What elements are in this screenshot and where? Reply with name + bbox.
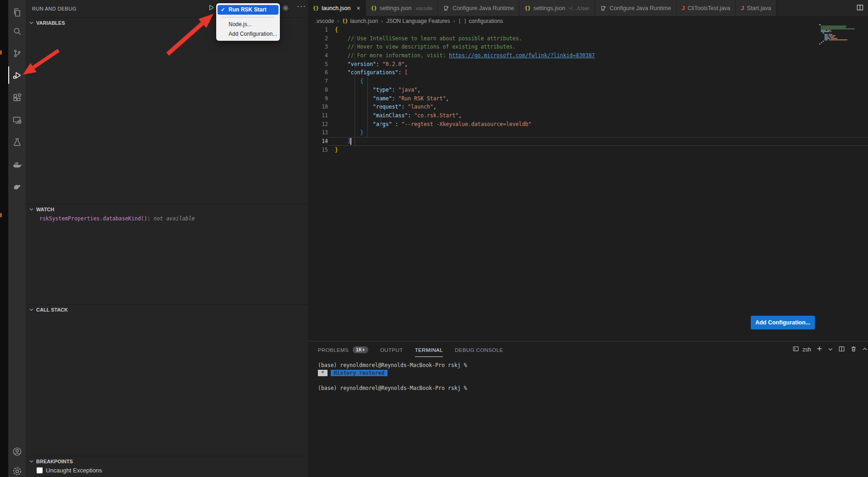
panel-tab-problems[interactable]: PROBLEMS1K+ — [318, 341, 368, 358]
close-icon[interactable]: × — [357, 5, 360, 11]
activity-bar-remote-explorer[interactable] — [8, 111, 26, 129]
terminal-output[interactable]: (base) reynoldmorel@Reynolds-MacBook-Pro… — [318, 362, 467, 392]
line-number[interactable]: 11 — [308, 111, 335, 120]
activity-bar-docker[interactable] — [8, 155, 26, 173]
line-number[interactable]: 9 — [308, 94, 335, 103]
terminal-actions: zsh — [792, 341, 868, 358]
call-stack-section-label: CALL STACK — [36, 307, 68, 313]
new-terminal-plus-icon[interactable] — [816, 345, 823, 354]
watch-section-header[interactable]: WATCH — [26, 204, 308, 214]
shell-label[interactable]: zsh — [802, 346, 811, 353]
code-line-15[interactable]: 15} — [308, 146, 868, 154]
java-runtime-cup-icon — [600, 5, 607, 11]
breadcrumb-label: configurations — [469, 18, 503, 24]
debug-configure-gear-icon[interactable] — [282, 5, 289, 13]
panel-tab-label: OUTPUT — [380, 343, 403, 357]
line-number[interactable]: 7 — [308, 77, 335, 86]
line-number[interactable]: 6 — [308, 68, 335, 77]
panel-tab-output[interactable]: OUTPUT — [380, 341, 403, 358]
code-line-12[interactable]: 12 "args" : "--regtest -Xkeyvalue.dataso… — [308, 120, 868, 129]
menu-item-add-configuration-[interactable]: Add Configuration... — [218, 29, 278, 39]
panel-tab-bar: PROBLEMS1K+OUTPUTTERMINALDEBUG CONSOLE — [318, 341, 503, 358]
code-line-6[interactable]: 6 "configurations": [ — [308, 68, 868, 77]
line-number[interactable]: 3 — [308, 43, 335, 51]
json-file-icon: {} — [371, 5, 377, 11]
checkbox-unchecked[interactable] — [37, 467, 43, 473]
maximize-panel-chevron-icon[interactable] — [862, 345, 868, 354]
minimap-line — [821, 28, 855, 29]
menu-item-node-js-[interactable]: Node.js... — [218, 20, 278, 29]
code-line-13[interactable]: 13 } — [308, 128, 868, 137]
split-terminal-icon[interactable] — [838, 345, 845, 354]
call-stack-section-header[interactable]: CALL STACK — [26, 304, 308, 314]
editor-group: {}launch.json×{}settings.json.vscodeConf… — [308, 0, 868, 477]
line-number[interactable]: 15 — [308, 146, 335, 154]
tab-clitoolstest-java[interactable]: JCliToolsTest.java — [677, 0, 736, 16]
code-line-4[interactable]: 4 // For more information, visit: https:… — [308, 51, 868, 60]
minimap-line — [824, 39, 828, 40]
breakpoint-uncaught-exceptions[interactable]: Uncaught Exceptions — [37, 467, 102, 474]
more-actions-icon[interactable]: ··· — [297, 2, 306, 11]
activity-bar-testing[interactable] — [8, 133, 26, 151]
start-debugging-icon[interactable] — [208, 4, 215, 13]
code-editor[interactable]: 1{2 // Use IntelliSense to learn about p… — [308, 26, 868, 154]
panel-tab-terminal[interactable]: TERMINAL — [415, 341, 443, 358]
docker-whale-icon — [12, 159, 22, 170]
kill-terminal-trash-icon[interactable] — [850, 345, 857, 354]
tab-label: CliToolsTest.java — [688, 5, 730, 11]
breadcrumb-separator: › — [337, 18, 339, 24]
code-line-1[interactable]: 1{ — [308, 26, 868, 34]
watch-expression[interactable]: rskSystemProperties.databaseKind(): not … — [39, 215, 195, 222]
activity-bar-explorer[interactable] — [8, 4, 26, 21]
code-line-2[interactable]: 2 // Use IntelliSense to learn about pos… — [308, 34, 868, 43]
java-file-icon: J — [741, 5, 744, 11]
line-number[interactable]: 12 — [308, 120, 335, 129]
split-editor-icon[interactable] — [856, 4, 864, 13]
code-line-7[interactable]: 7 { — [308, 77, 868, 86]
code-line-11[interactable]: 11 "mainClass": "co.rsk.Start", — [308, 111, 868, 120]
terminal-dropdown-chevron-icon[interactable] — [828, 345, 833, 354]
variables-section-label: VARIABLES — [36, 20, 65, 26]
menu-item-run-rsk-start[interactable]: ✓Run RSK Start — [218, 5, 278, 15]
tab-settings-json[interactable]: {}settings.json.vscode — [366, 0, 438, 16]
minimap-line — [823, 33, 824, 33]
tab-configure-java-runtime[interactable]: Configure Java Runtime — [595, 0, 677, 16]
breadcrumb-item[interactable]: JSON Language Features — [386, 18, 450, 24]
minimap[interactable] — [819, 24, 856, 47]
activity-bar-extensions[interactable] — [8, 89, 26, 106]
line-number[interactable]: 10 — [308, 103, 335, 111]
minimap-line — [821, 26, 846, 27]
line-number[interactable]: 2 — [308, 34, 335, 43]
activity-bar-gradle[interactable] — [8, 178, 26, 195]
breadcrumb-item[interactable]: {}launch.json — [342, 18, 378, 24]
breadcrumb-item[interactable]: .vscode — [315, 18, 334, 24]
tab-settings-json[interactable]: {}settings.json~/.../User — [519, 0, 595, 16]
code-line-8[interactable]: 8 "type": "java", — [308, 86, 868, 94]
activity-bar-search[interactable] — [8, 22, 26, 40]
sidebar-title: RUN AND DEBUG — [32, 6, 76, 11]
line-number[interactable]: 1 — [308, 26, 335, 34]
line-number[interactable]: 5 — [308, 60, 335, 69]
line-number[interactable]: 13 — [308, 128, 335, 137]
add-configuration-button[interactable]: Add Configuration... — [751, 316, 815, 329]
activity-bar-source-control[interactable] — [8, 44, 26, 62]
code-line-3[interactable]: 3 // Hover to view descriptions of exist… — [308, 43, 868, 51]
line-number[interactable]: 4 — [308, 51, 335, 60]
panel-tab-debug-console[interactable]: DEBUG CONSOLE — [455, 341, 503, 358]
line-number[interactable]: 8 — [308, 86, 335, 94]
launch-profile-icon[interactable] — [792, 345, 799, 354]
tab-launch-json[interactable]: {}launch.json× — [308, 0, 366, 16]
tab-start-java[interactable]: JStart.java — [736, 0, 776, 16]
code-line-5[interactable]: 5 "version": "0.2.0", — [308, 60, 868, 69]
breakpoints-section-header[interactable]: BREAKPOINTS — [26, 456, 308, 466]
minimap-line — [819, 24, 821, 25]
panel-tab-label: TERMINAL — [415, 343, 443, 357]
breadcrumb[interactable]: .vscode›{}launch.json›JSON Language Feat… — [308, 16, 868, 26]
tab-configure-java-runtime[interactable]: Configure Java Runtime — [438, 0, 519, 16]
activity-bar-run-and-debug[interactable] — [8, 66, 26, 84]
breadcrumb-item[interactable]: [ ]configurations — [459, 18, 503, 24]
activity-bar-manage[interactable] — [8, 462, 26, 477]
activity-bar-accounts[interactable] — [8, 443, 26, 460]
code-line-10[interactable]: 10 "request": "launch", — [308, 103, 868, 111]
code-line-9[interactable]: 9 "name": "Run RSK Start", — [308, 94, 868, 103]
